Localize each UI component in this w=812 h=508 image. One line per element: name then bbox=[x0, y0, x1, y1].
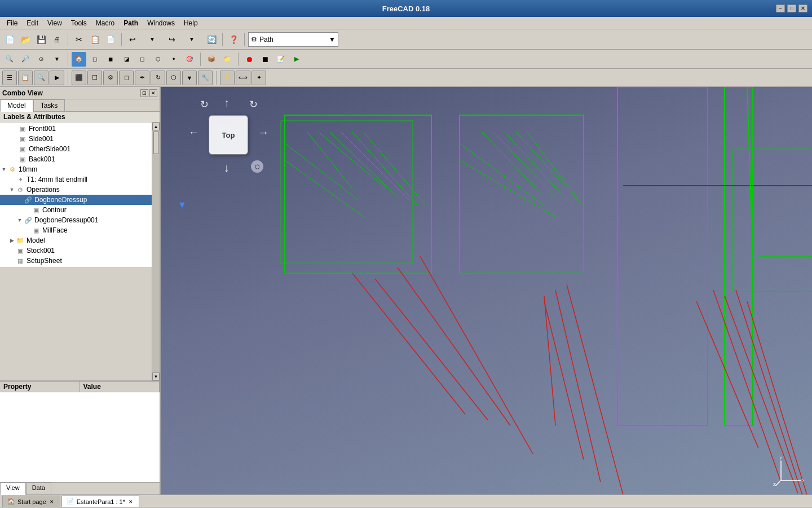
tree-toggle-t1 bbox=[8, 176, 16, 183]
tb-right[interactable]: ◪ bbox=[119, 52, 134, 67]
tree-item-millface[interactable]: ▣ MillFace bbox=[0, 225, 152, 235]
tb-more[interactable]: ▼ bbox=[182, 71, 197, 85]
tree-toggle-dogbone[interactable]: ▼ bbox=[16, 196, 24, 204]
tb-face[interactable]: ◻ bbox=[119, 71, 134, 85]
tb-front[interactable]: ◻ bbox=[87, 52, 102, 67]
tb-print[interactable]: 🖨 bbox=[50, 32, 64, 47]
tree-item-dogbone001[interactable]: ▼ 🔗 DogboneDressup001 bbox=[0, 215, 152, 225]
menu-tools[interactable]: Tools bbox=[67, 18, 91, 28]
tb-path-extra3[interactable]: ✦ bbox=[251, 71, 266, 85]
tb-iso[interactable]: 🎯 bbox=[182, 52, 197, 67]
workbench-selector[interactable]: ⚙ Path ▼ bbox=[248, 32, 338, 47]
tree-label-model: Model bbox=[27, 237, 45, 244]
tree-item-operations[interactable]: ▼ ⚙ Operations bbox=[0, 185, 152, 195]
tb-macro-edit[interactable]: 📝 bbox=[273, 52, 288, 67]
tb-home[interactable]: 🏠 bbox=[72, 52, 86, 67]
tree-item-front001[interactable]: ▣ Front001 bbox=[0, 124, 152, 134]
tb-dressup[interactable]: 🔧 bbox=[198, 71, 213, 85]
combo-close[interactable]: ✕ bbox=[149, 89, 157, 97]
tab-tasks[interactable]: Tasks bbox=[33, 99, 65, 111]
menu-path[interactable]: Path bbox=[119, 18, 143, 28]
tb-redo-drop[interactable]: ▼ bbox=[180, 32, 203, 47]
tree-item-side001[interactable]: ▣ Side001 bbox=[0, 134, 152, 144]
viewport[interactable]: ↑ ↑ ↑ ↑ ↺ ↻ Top ⬡ ▼ bbox=[161, 87, 812, 494]
toolbar-main: 📄 📂 💾 🖨 ✂ 📋 📄 ↩ ▼ ↪ ▼ 🔄 ❓ ⚙ Path ▼ bbox=[0, 29, 812, 50]
tb-fit-sel[interactable]: 🔎 bbox=[18, 52, 33, 67]
tree-item-setupsheet[interactable]: ▦ SetupSheet bbox=[0, 256, 152, 266]
tree-item-back001[interactable]: ▣ Back001 bbox=[0, 154, 152, 164]
tree-item-model[interactable]: ▶ 📁 Model bbox=[0, 235, 152, 246]
tb-adaptive[interactable]: ↻ bbox=[151, 71, 165, 85]
tb-refresh[interactable]: 🔄 bbox=[204, 32, 219, 47]
tb-path-inspect[interactable]: 🔍 bbox=[34, 71, 48, 85]
maximize-button[interactable]: □ bbox=[787, 5, 796, 12]
tb-draw-drop[interactable]: ▼ bbox=[50, 52, 64, 67]
tree-toggle-18mm[interactable]: ▼ bbox=[0, 165, 8, 173]
scroll-thumb[interactable] bbox=[153, 132, 158, 154]
tb-folder2[interactable]: 📁 bbox=[220, 52, 235, 67]
tb-new[interactable]: 📄 bbox=[2, 32, 17, 47]
tb-engrave[interactable]: ✒ bbox=[135, 71, 149, 85]
tb-path-extra1[interactable]: ⚡ bbox=[220, 71, 235, 85]
tree-item-18mm[interactable]: ▼ ⚙ 18mm bbox=[0, 164, 152, 174]
tree-icon-operations: ⚙ bbox=[16, 185, 25, 194]
tb-save[interactable]: 💾 bbox=[34, 32, 48, 47]
minimize-button[interactable]: − bbox=[776, 5, 785, 12]
tb-bottom[interactable]: ⬡ bbox=[151, 52, 165, 67]
tab-data[interactable]: Data bbox=[26, 483, 51, 494]
tb-left[interactable]: ✦ bbox=[166, 52, 181, 67]
tb-redo[interactable]: ↪ bbox=[165, 32, 179, 47]
tree-toggle-operations[interactable]: ▼ bbox=[8, 186, 16, 194]
start-tab-close[interactable]: ✕ bbox=[48, 498, 55, 505]
menu-view[interactable]: View bbox=[43, 18, 67, 28]
menu-windows[interactable]: Windows bbox=[143, 18, 179, 28]
tree-item-contour[interactable]: ▣ Contour bbox=[0, 205, 152, 215]
tb-contour[interactable]: ⬛ bbox=[72, 71, 86, 85]
tb-open[interactable]: 📂 bbox=[18, 32, 33, 47]
menu-macro[interactable]: Macro bbox=[91, 18, 119, 28]
bottom-tab-start[interactable]: 🏠 Start page ✕ bbox=[2, 496, 60, 507]
scroll-track[interactable] bbox=[152, 130, 160, 373]
tb-drill[interactable]: ⚙ bbox=[103, 71, 118, 85]
tree-item-dogbone[interactable]: ▼ 🔗 DogboneDressup bbox=[0, 195, 152, 205]
workbench-label: Path bbox=[259, 36, 329, 43]
tree-toggle-model[interactable]: ▶ bbox=[8, 237, 16, 244]
tb-path-sim[interactable]: ▶ bbox=[50, 71, 64, 85]
tb-stop[interactable]: ⏹ bbox=[258, 52, 272, 67]
tree-toggle-dogbone001[interactable]: ▼ bbox=[16, 216, 24, 224]
scroll-down[interactable]: ▼ bbox=[152, 373, 160, 380]
tb-pocket[interactable]: ☐ bbox=[87, 71, 102, 85]
scroll-up[interactable]: ▲ bbox=[152, 122, 160, 130]
estante-tab-close[interactable]: ✕ bbox=[127, 498, 134, 505]
combo-undock[interactable]: ⊡ bbox=[140, 89, 148, 97]
tb-undo-drop[interactable]: ▼ bbox=[141, 32, 164, 47]
menu-help[interactable]: Help bbox=[179, 18, 202, 28]
tb-path-job[interactable]: ☰ bbox=[2, 71, 17, 85]
tree-item-stock001[interactable]: ▣ Stock001 bbox=[0, 246, 152, 256]
tb-draw-style[interactable]: ⊙ bbox=[34, 52, 48, 67]
tree-item-t1[interactable]: ✦ T1: 4mm flat endmill bbox=[0, 174, 152, 185]
tree-scrollbar[interactable]: ▲ ▼ bbox=[152, 122, 160, 380]
bottom-tab-estante[interactable]: 📄 EstantePara1 : 1* ✕ bbox=[61, 496, 139, 507]
tree-item-otherside001[interactable]: ▣ OtherSide001 bbox=[0, 144, 152, 154]
tb-paste[interactable]: 📄 bbox=[103, 32, 118, 47]
menu-edit[interactable]: Edit bbox=[22, 18, 43, 28]
tab-view[interactable]: View bbox=[0, 483, 26, 495]
tb-fit-all[interactable]: 🔍 bbox=[2, 52, 17, 67]
close-button[interactable]: ✕ bbox=[798, 5, 807, 12]
menu-file[interactable]: File bbox=[2, 18, 22, 28]
tb-path-extra2[interactable]: ⟺ bbox=[236, 71, 250, 85]
tb-cut[interactable]: ✂ bbox=[72, 32, 86, 47]
tb-top[interactable]: ◼ bbox=[103, 52, 118, 67]
tb-macro-run[interactable]: ▶ bbox=[289, 52, 304, 67]
tb-help[interactable]: ❓ bbox=[226, 32, 241, 47]
tab-model[interactable]: Model bbox=[0, 99, 33, 112]
tb-record[interactable]: ⏺ bbox=[242, 52, 257, 67]
tb-deburr[interactable]: ⬡ bbox=[166, 71, 181, 85]
tb-rear[interactable]: ◻ bbox=[135, 52, 149, 67]
tb-undo[interactable]: ↩ bbox=[125, 32, 140, 47]
tb-copy[interactable]: 📋 bbox=[87, 32, 102, 47]
tb-box[interactable]: 📦 bbox=[204, 52, 219, 67]
tb-path-post[interactable]: 📋 bbox=[18, 71, 33, 85]
estante-tab-icon: 📄 bbox=[67, 498, 74, 505]
